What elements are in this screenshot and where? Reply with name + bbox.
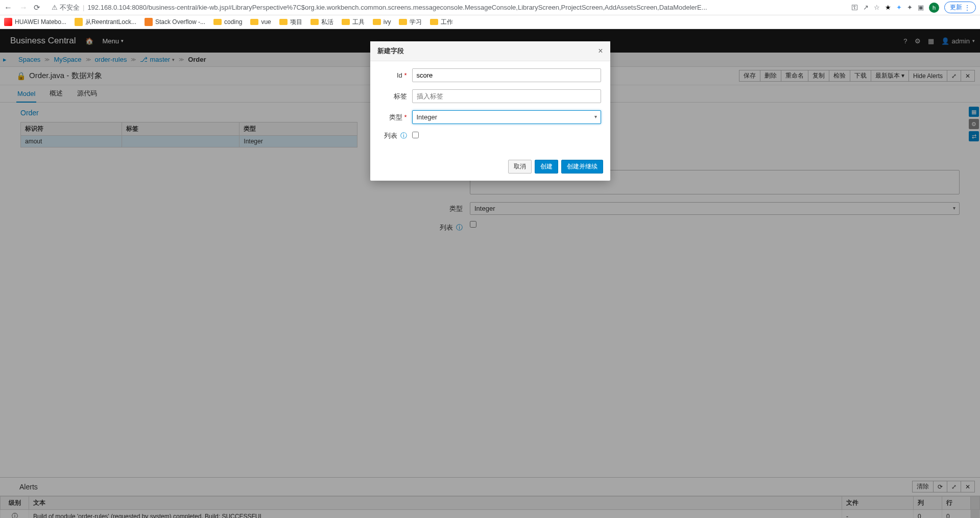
bookmark-item[interactable]: 工作: [430, 18, 453, 27]
modal-type-label: 类型: [389, 113, 402, 121]
type-select[interactable]: [412, 110, 601, 124]
browser-toolbar: ← → ⟳ ⚠ 不安全 | 192.168.0.104:8080/busines…: [0, 0, 980, 15]
folder-icon: [399, 19, 407, 25]
bookmark-label: 工作: [441, 18, 453, 27]
folder-icon: [430, 19, 438, 25]
bookmark-label: ivy: [384, 18, 391, 26]
bookmark-item[interactable]: HUAWEI Matebo...: [4, 18, 66, 26]
bookmark-item[interactable]: 从ReentrantLock...: [75, 18, 136, 27]
label-label: 标签: [379, 92, 412, 101]
info-icon[interactable]: ⓘ: [400, 132, 407, 139]
forward-button[interactable]: →: [19, 3, 28, 12]
folder-icon: [342, 19, 350, 25]
star-outline-icon[interactable]: ☆: [874, 4, 880, 11]
key-icon[interactable]: ⚿: [851, 4, 858, 11]
folder-icon: [310, 19, 319, 25]
folder-icon: [213, 19, 222, 25]
share-icon[interactable]: ↗: [863, 4, 869, 11]
site-icon: [4, 18, 12, 26]
security-text: 不安全: [60, 3, 80, 12]
bookmark-item[interactable]: 学习: [399, 18, 422, 27]
bookmark-label: coding: [224, 18, 242, 26]
bookmark-label: 项目: [290, 18, 302, 27]
bookmark-label: 工具: [352, 18, 365, 27]
bookmark-item[interactable]: Stack Overflow -...: [145, 18, 205, 26]
id-label: Id: [397, 71, 402, 79]
bookmark-item[interactable]: coding: [213, 18, 242, 26]
bookmarks-bar: HUAWEI Matebo...从ReentrantLock...Stack O…: [0, 15, 980, 29]
bookmark-item[interactable]: ivy: [373, 18, 391, 26]
site-icon: [145, 18, 153, 26]
bookmark-item[interactable]: 工具: [342, 18, 365, 27]
window-icon[interactable]: ▣: [918, 4, 924, 11]
security-badge: ⚠ 不安全: [52, 3, 80, 12]
url-text: 192.168.0.104:8080/business-central/kie-…: [87, 4, 707, 11]
id-input[interactable]: [412, 68, 601, 82]
back-button[interactable]: ←: [4, 3, 12, 12]
reload-button[interactable]: ⟳: [34, 3, 40, 12]
list-checkbox[interactable]: [412, 132, 419, 138]
create-button[interactable]: 创建: [535, 160, 558, 174]
modal-overlay: 新建字段 × Id * 标签 类型 * 列表 ⓘ: [0, 29, 980, 477]
profile-avatar[interactable]: h: [929, 3, 939, 13]
site-icon: [75, 18, 83, 26]
cancel-button[interactable]: 取消: [508, 160, 532, 174]
bookmark-label: Stack Overflow -...: [155, 18, 205, 26]
create-continue-button[interactable]: 创建并继续: [561, 160, 603, 174]
modal-title: 新建字段: [377, 46, 404, 56]
url-bar[interactable]: ⚠ 不安全 | 192.168.0.104:8080/business-cent…: [46, 3, 845, 12]
folder-icon: [373, 19, 381, 25]
label-input[interactable]: [412, 89, 601, 103]
modal-list-label: 列表: [384, 132, 397, 139]
new-field-modal: 新建字段 × Id * 标签 类型 * 列表 ⓘ: [370, 41, 610, 181]
bookmark-item[interactable]: 私活: [310, 18, 333, 27]
bookmark-label: 从ReentrantLock...: [85, 18, 136, 27]
bookmark-label: 学习: [410, 18, 422, 27]
bookmark-item[interactable]: vue: [250, 18, 271, 26]
extensions-icon[interactable]: ✦: [907, 4, 913, 11]
folder-icon: [279, 19, 288, 25]
plugin-icon[interactable]: ✦: [896, 4, 902, 11]
star-icon[interactable]: ★: [885, 4, 891, 11]
bookmark-label: 私活: [321, 18, 333, 27]
warning-icon: ⚠: [52, 4, 58, 11]
bookmark-label: vue: [261, 18, 271, 26]
bookmark-item[interactable]: 项目: [279, 18, 302, 27]
update-button[interactable]: 更新⋮: [944, 2, 976, 13]
folder-icon: [250, 19, 258, 25]
close-icon[interactable]: ×: [598, 46, 603, 56]
bookmark-label: HUAWEI Matebo...: [15, 18, 66, 26]
